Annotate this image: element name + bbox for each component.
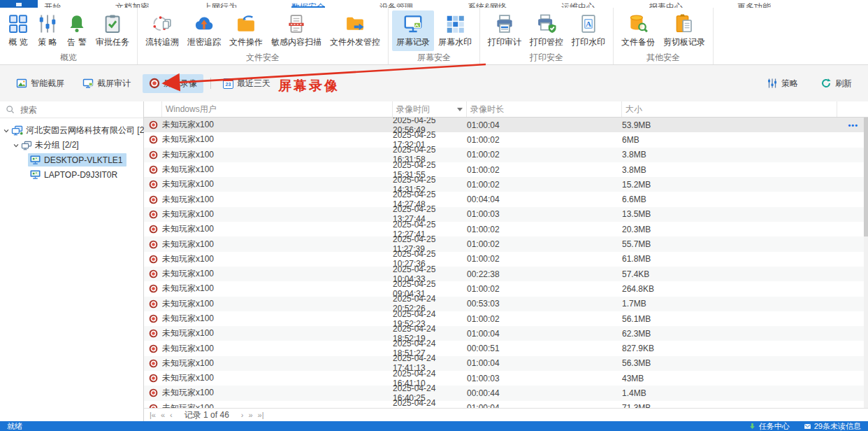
capture-audit-button[interactable]: 截屏审计 (76, 74, 137, 93)
tab-internet-behavior[interactable]: 上网行为 (203, 0, 237, 8)
cell-record-duration: 00:22:38 (467, 269, 622, 279)
policy-button[interactable]: 策略 (760, 74, 804, 93)
ribbon-screen-record-button[interactable]: 屏幕记录 (392, 10, 434, 51)
refresh-icon (820, 78, 832, 89)
ribbon-alert-button[interactable]: 告 警 (62, 10, 92, 51)
tree-node-desktop-vlktle1[interactable]: DESKTOP-VLKTLE1 (0, 153, 143, 167)
table-row[interactable]: 未知玩家x100 2025-04-24 16:40:25 00:00:44 1.… (144, 386, 868, 400)
ribbon-print-watermark-button[interactable]: A 打印水印 (567, 10, 609, 51)
ribbon-sensitive-scan-button[interactable]: 敏感内容扫描 (267, 10, 326, 51)
table-row[interactable]: 未知玩家x100 2025-04-25 15:31:55 01:00:02 3.… (144, 162, 868, 177)
tree-node-ungrouped[interactable]: 未分组 [2/2] (0, 138, 143, 153)
tab-ops-center[interactable]: 运维中心 (561, 0, 595, 8)
refresh-button[interactable]: 刷新 (814, 74, 858, 93)
scrollbar-thumb[interactable] (864, 118, 868, 236)
task-center-button[interactable]: 任务中心 (748, 421, 790, 431)
next-page-button[interactable]: › (241, 411, 244, 419)
prev-page-button[interactable]: ‹ (170, 411, 173, 419)
sort-caret-icon[interactable] (457, 108, 463, 111)
record-icon (144, 344, 162, 353)
ribbon-flow-trace-button[interactable]: 流转追溯 (141, 10, 183, 51)
app-menu-button[interactable] (0, 0, 38, 8)
calendar-icon: 23 (223, 78, 233, 89)
ribbon-group-other-security: 文件备份 剪切板记录 其他安全 (614, 8, 714, 64)
cycle-trace-icon (152, 13, 173, 34)
printer-shield-icon (536, 13, 557, 34)
ribbon-leak-track-button[interactable]: 泄密追踪 (183, 10, 225, 51)
unread-messages-button[interactable]: 29条未读信息 (804, 421, 861, 431)
cell-size: 56.1MB (622, 314, 837, 324)
folder-return-icon (236, 13, 256, 34)
table-row[interactable]: 未知玩家x100 2025-04-25 16:31:58 01:00:02 3.… (144, 148, 868, 162)
ribbon-print-control-button[interactable]: 打印管控 (526, 10, 567, 51)
row-menu-button[interactable]: ••• (848, 121, 858, 129)
cell-size: 3.8MB (622, 165, 837, 175)
chevron-down-icon[interactable] (13, 142, 20, 149)
header-size[interactable]: 大小 (622, 101, 837, 117)
search-input[interactable] (19, 104, 138, 115)
last-page-button[interactable]: »| (258, 411, 264, 419)
cell-size: 56.3MB (622, 358, 837, 368)
cell-windows-user: 未知玩家x100 (162, 402, 393, 408)
table-row[interactable]: 未知玩家x100 2025-04-24 16:41:10 01:00:03 43… (144, 371, 868, 386)
tab-home[interactable]: 开始 (44, 0, 61, 8)
ribbon-file-operations-button[interactable]: 文件操作 (225, 10, 267, 51)
table-row[interactable]: 未知玩家x100 2025-04-25 09:04:31 01:00:02 26… (144, 281, 868, 296)
table-row[interactable]: 未知玩家x100 2025-04-24 15:22:06 01:00:04 71… (144, 401, 868, 408)
screen-recording-button[interactable]: 屏幕录像 (143, 74, 203, 93)
table-row[interactable]: 未知玩家x100 2025-04-25 20:56:49 01:00:04 53… (144, 118, 868, 132)
table-row[interactable]: 未知玩家x100 2025-04-24 17:41:13 01:00:04 56… (144, 356, 868, 371)
table-row[interactable]: 未知玩家x100 2025-04-24 19:52:23 01:00:02 56… (144, 311, 868, 326)
fast-next-button[interactable]: » (248, 411, 252, 419)
download-arrow-icon (748, 423, 756, 430)
app-menu-icon (16, 3, 22, 6)
vertical-scrollbar[interactable] (864, 118, 868, 408)
smart-capture-button[interactable]: 智能截屏 (10, 74, 71, 93)
tree-node-laptop-d9j3it0r[interactable]: LAPTOP-D9J3IT0R (0, 167, 143, 182)
tree-node-company[interactable]: 河北安固云网络科技有限公司 [2/2] (0, 123, 143, 138)
ribbon-screen-watermark-button[interactable]: 屏幕水印 (434, 10, 476, 51)
ribbon-print-audit-button[interactable]: 打印审计 (484, 10, 526, 51)
fast-prev-button[interactable]: « (161, 411, 165, 419)
ribbon-file-outgoing-control-button[interactable]: 文件外发管控 (326, 10, 384, 51)
ribbon-overview-button[interactable]: 概 览 (3, 10, 33, 51)
chevron-down-icon[interactable] (3, 127, 10, 134)
tab-report-center[interactable]: 报表中心 (649, 0, 683, 8)
table-row[interactable]: 未知玩家x100 2025-04-25 14:27:48 00:04:04 6.… (144, 192, 868, 206)
ribbon-file-backup-button[interactable]: 文件备份 (617, 10, 659, 51)
tab-more-features[interactable]: 更多功能 (737, 0, 771, 8)
table-row[interactable]: 未知玩家x100 2025-04-25 10:04:33 00:22:38 57… (144, 267, 868, 281)
cell-size: 62.3MB (622, 329, 837, 339)
svg-text:A: A (586, 20, 592, 28)
search-box[interactable] (0, 101, 143, 118)
tab-device-management[interactable]: 设备管理 (379, 0, 413, 8)
cell-windows-user: 未知玩家x100 (162, 149, 393, 161)
record-icon (144, 314, 162, 323)
table-row[interactable]: 未知玩家x100 2025-04-24 18:52:19 01:00:04 62… (144, 326, 868, 341)
ribbon-policy-button[interactable]: 策 略 (33, 10, 62, 51)
ribbon-clipboard-record-button[interactable]: 剪切板记录 (659, 10, 709, 51)
header-windows-user[interactable]: Windows用户 (162, 101, 393, 117)
ribbon-group-screen-security: 屏幕记录 屏幕水印 屏幕安全 (389, 8, 480, 64)
cell-windows-user: 未知玩家x100 (162, 358, 393, 369)
tab-data-security[interactable]: 数据安全 (291, 0, 325, 8)
table-header: Windows用户 录像时间 录像时长 大小 (144, 101, 868, 118)
first-page-button[interactable]: |« (150, 411, 156, 419)
table-row[interactable]: 未知玩家x100 2025-04-25 10:27:36 01:00:02 61… (144, 252, 868, 267)
ribbon-approval-tasks-button[interactable]: 审批任务 (92, 10, 133, 51)
table-row[interactable]: 未知玩家x100 2025-04-24 18:51:27 00:00:51 82… (144, 341, 868, 355)
cell-record-duration: 01:00:04 (467, 403, 622, 408)
table-row[interactable]: 未知玩家x100 2025-04-25 11:27:39 01:00:02 55… (144, 236, 868, 251)
table-row[interactable]: 未知玩家x100 2025-04-25 12:27:41 01:00:02 20… (144, 222, 868, 236)
header-record-duration[interactable]: 录像时长 (467, 101, 622, 117)
ribbon-group-label: 概览 (0, 51, 137, 66)
table-row[interactable]: 未知玩家x100 2025-04-25 17:32:01 01:00:02 6M… (144, 132, 868, 147)
table-row[interactable]: 未知玩家x100 2025-04-25 13:27:44 01:00:03 13… (144, 207, 868, 222)
tab-doc-encryption[interactable]: 文档加密 (115, 0, 149, 8)
tab-system-network[interactable]: 系统&网络 (468, 0, 507, 8)
table-row[interactable]: 未知玩家x100 2025-04-24 20:52:26 00:53:03 1.… (144, 297, 868, 311)
cell-record-duration: 01:00:02 (467, 239, 622, 249)
table-row[interactable]: 未知玩家x100 2025-04-25 14:31:52 01:00:02 15… (144, 177, 868, 192)
header-record-time[interactable]: 录像时间 (393, 101, 467, 117)
recent-three-days-button[interactable]: 23 最近三天 (217, 74, 277, 93)
